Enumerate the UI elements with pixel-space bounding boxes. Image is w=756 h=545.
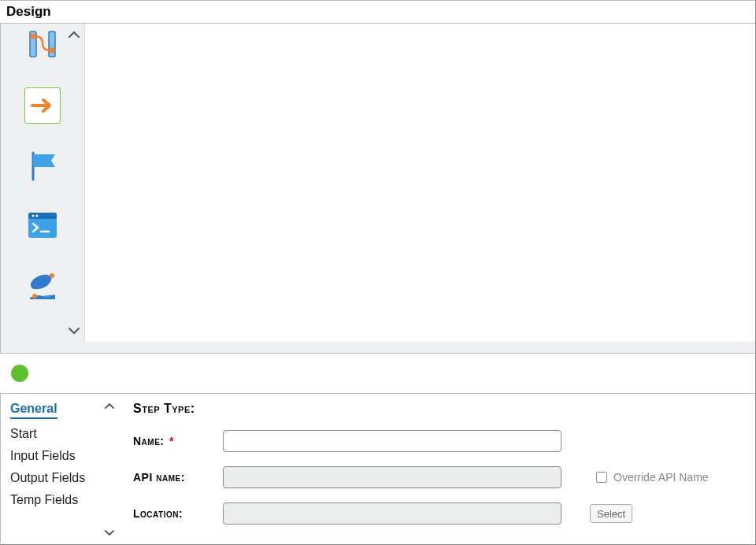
palette-scroll-down[interactable] (69, 324, 80, 337)
properties-nav: General Start Input Fields Output Fields… (1, 394, 119, 543)
name-input[interactable] (223, 430, 561, 452)
override-api-box: Override API Name (596, 471, 709, 484)
select-location-button[interactable]: Select (590, 504, 632, 523)
chevron-up-icon (105, 402, 114, 409)
svg-point-13 (32, 294, 37, 298)
palette-item-flag[interactable] (24, 147, 61, 184)
nav-item-temp-fields[interactable]: Temp Fields (10, 493, 109, 507)
chevron-down-icon (105, 530, 114, 536)
title-bar: Design (0, 0, 755, 24)
override-api-checkbox[interactable] (596, 472, 607, 483)
properties-form: Step Type: Name: * API name: Override AP… (119, 394, 755, 543)
svg-point-7 (32, 215, 35, 217)
nav-item-input-fields[interactable]: Input Fields (10, 449, 109, 463)
satellite-icon (25, 268, 60, 302)
palette (1, 24, 84, 342)
palette-scroll-up[interactable] (69, 28, 80, 41)
arrow-right-icon (31, 98, 54, 113)
status-strip (0, 353, 755, 394)
props-nav-scroll-up[interactable] (105, 399, 114, 411)
api-name-label: API name: (133, 471, 212, 484)
palette-item-arrow[interactable] (24, 87, 61, 124)
properties-panel: General Start Input Fields Output Fields… (0, 394, 755, 543)
palette-item-branch[interactable] (24, 28, 61, 64)
api-name-input[interactable] (223, 466, 561, 488)
palette-item-terminal[interactable] (24, 207, 61, 243)
location-input[interactable] (223, 502, 561, 525)
divider (0, 342, 755, 353)
name-label-text: Name: (133, 435, 165, 447)
nav-item-output-fields[interactable]: Output Fields (10, 471, 109, 485)
svg-point-3 (50, 48, 55, 54)
terminal-icon (25, 209, 60, 241)
chevron-up-icon (69, 31, 80, 39)
nav-item-general[interactable]: General (10, 402, 57, 419)
name-label: Name: * (133, 435, 212, 447)
props-nav-scroll-down[interactable] (105, 526, 114, 539)
location-label: Location: (133, 507, 212, 520)
design-canvas[interactable] (84, 24, 755, 342)
svg-point-10 (28, 272, 54, 292)
svg-point-12 (50, 273, 54, 278)
palette-item-satellite[interactable] (24, 267, 61, 303)
location-row: Location: Select (133, 502, 741, 525)
required-marker: * (169, 435, 174, 447)
page-title: Design (6, 4, 51, 20)
step-type-row: Step Type: (133, 402, 741, 416)
nav-item-start[interactable]: Start (10, 427, 109, 441)
chevron-down-icon (69, 327, 80, 335)
override-api-label: Override API Name (613, 471, 709, 484)
svg-point-2 (31, 34, 36, 39)
branch-icon (25, 28, 60, 63)
name-row: Name: * (133, 430, 741, 452)
flag-icon (25, 148, 60, 183)
api-name-row: API name: Override API Name (133, 466, 741, 488)
svg-point-8 (36, 215, 39, 217)
status-indicator (11, 365, 28, 382)
step-type-label: Step Type: (133, 402, 195, 416)
work-area (0, 24, 755, 342)
